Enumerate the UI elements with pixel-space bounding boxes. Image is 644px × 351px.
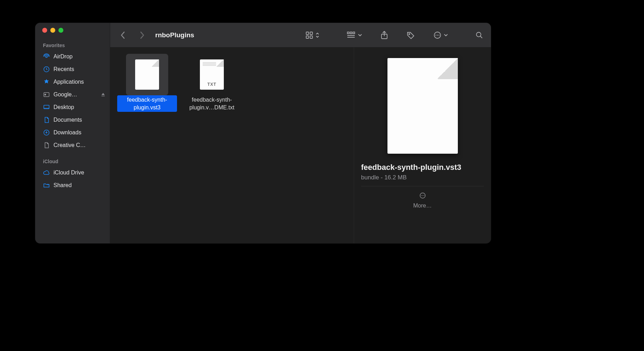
preview-file-meta: bundle - 16.2 MB bbox=[361, 174, 484, 181]
more-label[interactable]: More… bbox=[413, 203, 431, 209]
svg-rect-7 bbox=[306, 32, 309, 34]
sidebar-item-google-drive[interactable]: Google… bbox=[35, 88, 110, 101]
sidebar-item-label: Applications bbox=[53, 79, 84, 85]
svg-point-26 bbox=[423, 195, 424, 196]
fullscreen-window-button[interactable] bbox=[58, 28, 63, 33]
svg-point-6 bbox=[48, 184, 49, 185]
more-options-icon[interactable] bbox=[419, 192, 426, 199]
content-row: feedback-synth-plugin.vst3 TXT feedback-… bbox=[110, 47, 491, 243]
sidebar-item-shared[interactable]: Shared bbox=[35, 179, 110, 192]
svg-rect-10 bbox=[310, 36, 312, 38]
applications-icon bbox=[43, 78, 50, 85]
sidebar-section-favorites-label: Favorites bbox=[35, 40, 110, 50]
sidebar-item-label: Desktop bbox=[53, 104, 74, 110]
sidebar-item-desktop[interactable]: Desktop bbox=[35, 101, 110, 114]
sidebar-item-label: Documents bbox=[53, 117, 82, 123]
sidebar-item-label: Recents bbox=[53, 66, 74, 72]
view-options-button[interactable] bbox=[304, 30, 321, 40]
eject-icon[interactable] bbox=[101, 92, 106, 97]
preview-pane: feedback-synth-plugin.vst3 bundle - 16.2… bbox=[354, 47, 491, 243]
window-title: rnboPlugins bbox=[155, 31, 194, 39]
svg-rect-13 bbox=[353, 32, 355, 34]
sidebar-item-recents[interactable]: Recents bbox=[35, 63, 110, 76]
file-name-label: feedback-synth-plugin.v…DME.txt bbox=[182, 95, 242, 112]
toolbar: rnboPlugins bbox=[110, 23, 491, 47]
document-icon bbox=[43, 116, 50, 123]
sidebar-item-creative-cloud[interactable]: Creative C… bbox=[35, 139, 110, 152]
svg-rect-9 bbox=[306, 36, 309, 38]
svg-point-22 bbox=[476, 32, 481, 37]
file-item[interactable]: feedback-synth-plugin.vst3 bbox=[117, 54, 177, 237]
sidebar-item-icloud-drive[interactable]: iCloud Drive bbox=[35, 166, 110, 179]
sidebar-item-downloads[interactable]: Downloads bbox=[35, 126, 110, 139]
gdrive-icon bbox=[43, 91, 50, 98]
cloud-icon bbox=[43, 169, 50, 176]
document-gray-icon bbox=[43, 142, 50, 149]
svg-point-3 bbox=[45, 94, 46, 95]
search-button[interactable] bbox=[474, 30, 485, 40]
sidebar-item-applications[interactable]: Applications bbox=[35, 76, 110, 88]
svg-point-0 bbox=[46, 56, 48, 58]
svg-rect-8 bbox=[310, 32, 312, 34]
sidebar-item-label: Shared bbox=[53, 182, 72, 189]
preview-file-name: feedback-synth-plugin.vst3 bbox=[361, 163, 484, 172]
sidebar: Favorites AirDrop Recents Applications G… bbox=[35, 23, 110, 243]
tags-button[interactable] bbox=[405, 30, 416, 40]
desktop-icon bbox=[43, 104, 50, 111]
minimize-window-button[interactable] bbox=[50, 28, 55, 33]
sidebar-item-airdrop[interactable]: AirDrop bbox=[35, 50, 110, 63]
sidebar-item-label: AirDrop bbox=[53, 53, 72, 60]
sidebar-item-label: Downloads bbox=[53, 129, 81, 136]
file-icon: TXT bbox=[191, 54, 233, 95]
main-area: rnboPlugins bbox=[110, 23, 491, 243]
finder-window: Favorites AirDrop Recents Applications G… bbox=[35, 23, 491, 243]
preview-icon bbox=[361, 55, 484, 163]
svg-point-17 bbox=[409, 33, 410, 34]
forward-button[interactable] bbox=[134, 27, 150, 43]
sidebar-section-icloud-label: iCloud bbox=[35, 157, 110, 166]
svg-point-21 bbox=[438, 34, 439, 35]
file-icon bbox=[126, 54, 168, 95]
clock-icon bbox=[43, 66, 50, 73]
back-button[interactable] bbox=[115, 27, 131, 43]
sidebar-item-documents[interactable]: Documents bbox=[35, 114, 110, 126]
file-name-label: feedback-synth-plugin.vst3 bbox=[117, 95, 177, 112]
group-by-button[interactable] bbox=[345, 30, 364, 40]
file-item[interactable]: TXT feedback-synth-plugin.v…DME.txt bbox=[182, 54, 242, 237]
svg-point-19 bbox=[435, 34, 436, 35]
share-button[interactable] bbox=[379, 30, 390, 40]
svg-point-24 bbox=[421, 195, 422, 196]
sidebar-item-label: iCloud Drive bbox=[53, 170, 84, 176]
sidebar-item-label: Google… bbox=[53, 91, 77, 98]
action-menu-button[interactable] bbox=[432, 30, 449, 40]
close-window-button[interactable] bbox=[42, 28, 47, 33]
download-icon bbox=[43, 129, 50, 136]
sidebar-item-label: Creative C… bbox=[53, 142, 86, 148]
divider bbox=[361, 186, 484, 186]
file-grid[interactable]: feedback-synth-plugin.vst3 TXT feedback-… bbox=[110, 47, 354, 243]
svg-point-25 bbox=[422, 195, 423, 196]
shared-folder-icon bbox=[43, 182, 50, 189]
window-controls bbox=[35, 28, 110, 40]
airdrop-icon bbox=[43, 53, 50, 60]
svg-rect-11 bbox=[347, 32, 349, 34]
svg-rect-12 bbox=[350, 32, 352, 34]
svg-point-20 bbox=[437, 34, 438, 35]
